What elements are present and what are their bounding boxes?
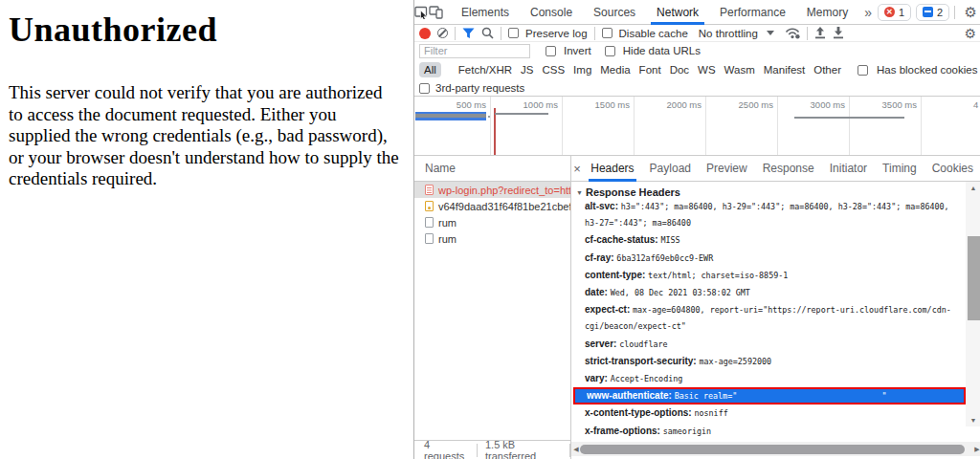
request-count: 4 requests	[424, 439, 469, 459]
vertical-scroll-thumb[interactable]	[968, 236, 980, 320]
header-entry-cf-cache-status: cf-cache-status: MISS	[571, 231, 967, 249]
timeline-gridline	[562, 97, 563, 155]
invert-checkbox[interactable]	[546, 46, 556, 56]
close-detail-icon[interactable]: ×	[571, 162, 583, 176]
clear-icon[interactable]	[437, 28, 448, 38]
type-chip-wasm[interactable]: Wasm	[724, 64, 755, 76]
paragraph-line: credentials required.	[9, 168, 413, 190]
network-settings-gear-icon[interactable]: ⚙	[964, 26, 976, 41]
page-title: Unauthorized	[9, 10, 413, 50]
tab-network[interactable]: Network	[646, 0, 709, 25]
type-chip-media[interactable]: Media	[600, 64, 630, 76]
transferred-size: 1.5 kB transferred	[485, 439, 562, 459]
filter-input[interactable]	[419, 44, 530, 58]
detail-tab-preview[interactable]: Preview	[699, 156, 755, 182]
header-value: h3-27=":443"; ma=86400	[585, 218, 691, 228]
header-name: cf-ray:	[585, 252, 616, 263]
preserve-log-checkbox[interactable]	[508, 28, 519, 38]
header-name: alt-svc:	[585, 201, 621, 211]
header-name: x-frame-options:	[585, 426, 663, 436]
network-overview-timeline[interactable]: 500 ms1000 ms1500 ms2000 ms2500 ms3000 m…	[414, 97, 980, 156]
header-entry-date: date: Wed, 08 Dec 2021 03:58:02 GMT	[571, 284, 967, 301]
hide-data-urls-checkbox[interactable]	[605, 46, 615, 56]
scroll-down-icon[interactable]: ▼	[966, 414, 980, 426]
detail-tab-payload[interactable]: Payload	[642, 156, 699, 182]
disable-cache-checkbox[interactable]	[602, 28, 612, 38]
type-chip-manifest[interactable]: Manifest	[764, 64, 805, 76]
doc-file-icon	[425, 233, 434, 244]
network-summary-bar: 4 requests1.5 kB transferred	[414, 440, 570, 459]
header-entry-server: server: cloudflare	[571, 336, 967, 353]
tab-elements[interactable]: Elements	[451, 0, 520, 25]
request-row[interactable]: rum	[414, 214, 570, 230]
timeline-label: 1500 ms	[572, 99, 630, 110]
horizontal-scroll-thumb[interactable]	[580, 445, 965, 454]
response-headers-section[interactable]: ▼Response Headers	[571, 182, 967, 198]
detail-tab-response[interactable]: Response	[755, 156, 822, 182]
overview-dot	[488, 116, 490, 118]
vertical-scrollbar[interactable]: ▲ ▼	[966, 182, 980, 426]
request-row[interactable]: rum	[414, 230, 570, 247]
request-list-pane: Name wp-login.php?redirect_to=htt...v64f…	[414, 156, 570, 459]
status-badges: ✕ 1 2 ⚙ ⋮ ×	[878, 2, 980, 23]
preserve-log-label: Preserve log	[525, 28, 588, 39]
network-conditions-icon[interactable]	[785, 27, 800, 39]
paragraph-line: This server could not verify that you ar…	[9, 82, 413, 104]
detail-tab-headers[interactable]: Headers	[583, 156, 641, 182]
name-column-header[interactable]: Name	[414, 156, 570, 182]
error-icon: ✕	[884, 7, 895, 17]
detail-tab-cookies[interactable]: Cookies	[924, 156, 980, 182]
browser-page-unauthorized: Unauthorized This server could not verif…	[0, 0, 413, 459]
header-entry-x-content-type-options: x-content-type-options: nosniff	[571, 404, 967, 422]
issues-badge[interactable]: 2	[916, 4, 949, 21]
export-har-icon[interactable]	[833, 27, 844, 39]
error-badge[interactable]: ✕ 1	[878, 4, 911, 21]
chevron-down-icon	[767, 31, 774, 35]
type-chip-font[interactable]: Font	[639, 64, 661, 76]
issue-count: 2	[937, 7, 943, 18]
headers-content: ▼Response Headers alt-svc: h3=":443"; ma…	[571, 182, 967, 440]
type-chip-css[interactable]: CSS	[542, 64, 565, 76]
third-party-label: 3rd-party requests	[435, 82, 524, 94]
network-controls-bar: Preserve log Disable cache No throttling…	[414, 25, 980, 42]
paragraph-line: or your browser doesn't understand how t…	[9, 147, 413, 169]
header-value: cloudflare	[619, 339, 667, 349]
header-entry-cf-ray: cf-ray: 6ba312af69eb0cc9-EWR	[571, 250, 967, 267]
settings-gear-icon[interactable]: ⚙	[960, 2, 980, 23]
load-event-line	[494, 108, 496, 155]
import-har-icon[interactable]	[814, 27, 826, 39]
type-chip-ws[interactable]: WS	[698, 64, 716, 76]
detail-tab-timing[interactable]: Timing	[875, 156, 924, 182]
scroll-right-icon[interactable]: ▶	[972, 442, 980, 456]
third-party-checkbox[interactable]	[419, 83, 430, 94]
type-chip-other[interactable]: Other	[813, 64, 841, 76]
header-value: h3=":443"; ma=86400, h3-29=":443"; ma=86…	[621, 202, 949, 211]
type-chip-fetch-xhr[interactable]: Fetch/XHR	[458, 64, 512, 76]
more-tabs-icon[interactable]: »	[858, 5, 878, 20]
tab-sources[interactable]: Sources	[583, 0, 646, 25]
header-name: vary:	[585, 373, 611, 383]
scroll-up-icon[interactable]: ▲	[966, 182, 980, 194]
type-chip-doc[interactable]: Doc	[670, 64, 689, 76]
header-line: date: Wed, 08 Dec 2021 03:58:02 GMT	[585, 284, 965, 301]
horizontal-scrollbar[interactable]: ◀ ▶	[571, 442, 980, 456]
has-blocked-cookies-checkbox[interactable]	[858, 65, 868, 76]
tab-memory[interactable]: Memory	[796, 0, 858, 25]
inspect-element-icon[interactable]	[414, 2, 429, 23]
tab-performance[interactable]: Performance	[709, 0, 796, 25]
timeline-label: 2500 ms	[716, 99, 773, 110]
detail-tab-initiator[interactable]: Initiator	[822, 156, 875, 182]
throttling-select[interactable]: No throttling	[699, 28, 758, 39]
device-toolbar-icon[interactable]	[429, 2, 443, 23]
tab-console[interactable]: Console	[520, 0, 583, 25]
type-chip-js[interactable]: JS	[521, 64, 533, 76]
filter-funnel-icon[interactable]	[462, 28, 475, 39]
record-button[interactable]	[419, 28, 431, 39]
request-row[interactable]: v64f9daad31f64f81be21cbef6...	[414, 198, 570, 214]
type-chip-all[interactable]: All	[419, 62, 441, 77]
type-chip-img[interactable]: Img	[573, 64, 591, 76]
search-icon[interactable]	[481, 27, 494, 39]
header-line: cgi/beacon/expect-ct"	[585, 318, 965, 335]
request-row[interactable]: wp-login.php?redirect_to=htt...	[414, 182, 570, 198]
has-blocked-cookies-label: Has blocked cookies	[877, 64, 977, 76]
